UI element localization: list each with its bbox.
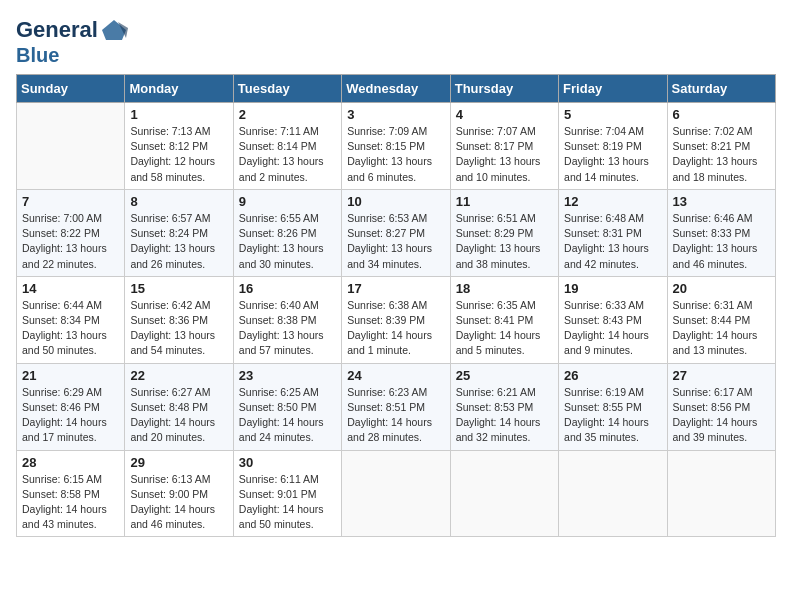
day-cell: 1Sunrise: 7:13 AM Sunset: 8:12 PM Daylig… xyxy=(125,103,233,190)
day-cell: 25Sunrise: 6:21 AM Sunset: 8:53 PM Dayli… xyxy=(450,363,558,450)
day-cell: 4Sunrise: 7:07 AM Sunset: 8:17 PM Daylig… xyxy=(450,103,558,190)
day-number: 8 xyxy=(130,194,227,209)
day-number: 22 xyxy=(130,368,227,383)
day-cell: 28Sunrise: 6:15 AM Sunset: 8:58 PM Dayli… xyxy=(17,450,125,537)
day-cell: 27Sunrise: 6:17 AM Sunset: 8:56 PM Dayli… xyxy=(667,363,775,450)
day-number: 25 xyxy=(456,368,553,383)
day-number: 5 xyxy=(564,107,661,122)
day-info: Sunrise: 6:42 AM Sunset: 8:36 PM Dayligh… xyxy=(130,298,227,359)
day-cell: 9Sunrise: 6:55 AM Sunset: 8:26 PM Daylig… xyxy=(233,189,341,276)
day-number: 23 xyxy=(239,368,336,383)
calendar-table: SundayMondayTuesdayWednesdayThursdayFrid… xyxy=(16,74,776,537)
week-row-5: 28Sunrise: 6:15 AM Sunset: 8:58 PM Dayli… xyxy=(17,450,776,537)
day-info: Sunrise: 6:19 AM Sunset: 8:55 PM Dayligh… xyxy=(564,385,661,446)
day-info: Sunrise: 6:57 AM Sunset: 8:24 PM Dayligh… xyxy=(130,211,227,272)
day-number: 30 xyxy=(239,455,336,470)
day-number: 9 xyxy=(239,194,336,209)
day-number: 15 xyxy=(130,281,227,296)
day-info: Sunrise: 6:31 AM Sunset: 8:44 PM Dayligh… xyxy=(673,298,770,359)
day-info: Sunrise: 6:25 AM Sunset: 8:50 PM Dayligh… xyxy=(239,385,336,446)
day-number: 4 xyxy=(456,107,553,122)
weekday-header-tuesday: Tuesday xyxy=(233,75,341,103)
day-info: Sunrise: 7:07 AM Sunset: 8:17 PM Dayligh… xyxy=(456,124,553,185)
logo-blue: Blue xyxy=(16,44,128,66)
day-info: Sunrise: 6:35 AM Sunset: 8:41 PM Dayligh… xyxy=(456,298,553,359)
day-info: Sunrise: 6:44 AM Sunset: 8:34 PM Dayligh… xyxy=(22,298,119,359)
day-info: Sunrise: 6:53 AM Sunset: 8:27 PM Dayligh… xyxy=(347,211,444,272)
logo-text: General xyxy=(16,18,98,42)
weekday-header-wednesday: Wednesday xyxy=(342,75,450,103)
logo: General Blue xyxy=(16,16,128,66)
day-info: Sunrise: 6:48 AM Sunset: 8:31 PM Dayligh… xyxy=(564,211,661,272)
day-number: 17 xyxy=(347,281,444,296)
day-cell: 19Sunrise: 6:33 AM Sunset: 8:43 PM Dayli… xyxy=(559,276,667,363)
day-info: Sunrise: 7:04 AM Sunset: 8:19 PM Dayligh… xyxy=(564,124,661,185)
day-info: Sunrise: 7:00 AM Sunset: 8:22 PM Dayligh… xyxy=(22,211,119,272)
day-number: 28 xyxy=(22,455,119,470)
week-row-2: 7Sunrise: 7:00 AM Sunset: 8:22 PM Daylig… xyxy=(17,189,776,276)
day-info: Sunrise: 6:21 AM Sunset: 8:53 PM Dayligh… xyxy=(456,385,553,446)
day-cell: 30Sunrise: 6:11 AM Sunset: 9:01 PM Dayli… xyxy=(233,450,341,537)
day-info: Sunrise: 6:29 AM Sunset: 8:46 PM Dayligh… xyxy=(22,385,119,446)
day-info: Sunrise: 6:51 AM Sunset: 8:29 PM Dayligh… xyxy=(456,211,553,272)
day-cell xyxy=(559,450,667,537)
weekday-header-monday: Monday xyxy=(125,75,233,103)
day-info: Sunrise: 7:09 AM Sunset: 8:15 PM Dayligh… xyxy=(347,124,444,185)
day-cell xyxy=(342,450,450,537)
day-cell: 11Sunrise: 6:51 AM Sunset: 8:29 PM Dayli… xyxy=(450,189,558,276)
day-number: 3 xyxy=(347,107,444,122)
page-header: General Blue xyxy=(16,16,776,66)
day-info: Sunrise: 6:46 AM Sunset: 8:33 PM Dayligh… xyxy=(673,211,770,272)
day-number: 20 xyxy=(673,281,770,296)
day-info: Sunrise: 6:33 AM Sunset: 8:43 PM Dayligh… xyxy=(564,298,661,359)
day-cell xyxy=(450,450,558,537)
day-number: 24 xyxy=(347,368,444,383)
day-cell: 29Sunrise: 6:13 AM Sunset: 9:00 PM Dayli… xyxy=(125,450,233,537)
day-cell: 18Sunrise: 6:35 AM Sunset: 8:41 PM Dayli… xyxy=(450,276,558,363)
day-number: 12 xyxy=(564,194,661,209)
day-number: 1 xyxy=(130,107,227,122)
day-cell: 22Sunrise: 6:27 AM Sunset: 8:48 PM Dayli… xyxy=(125,363,233,450)
day-number: 14 xyxy=(22,281,119,296)
day-number: 7 xyxy=(22,194,119,209)
day-cell: 2Sunrise: 7:11 AM Sunset: 8:14 PM Daylig… xyxy=(233,103,341,190)
day-cell: 14Sunrise: 6:44 AM Sunset: 8:34 PM Dayli… xyxy=(17,276,125,363)
day-info: Sunrise: 7:13 AM Sunset: 8:12 PM Dayligh… xyxy=(130,124,227,185)
weekday-header-saturday: Saturday xyxy=(667,75,775,103)
day-cell xyxy=(17,103,125,190)
day-info: Sunrise: 7:11 AM Sunset: 8:14 PM Dayligh… xyxy=(239,124,336,185)
day-cell xyxy=(667,450,775,537)
day-cell: 13Sunrise: 6:46 AM Sunset: 8:33 PM Dayli… xyxy=(667,189,775,276)
day-info: Sunrise: 6:15 AM Sunset: 8:58 PM Dayligh… xyxy=(22,472,119,533)
day-cell: 3Sunrise: 7:09 AM Sunset: 8:15 PM Daylig… xyxy=(342,103,450,190)
day-info: Sunrise: 6:17 AM Sunset: 8:56 PM Dayligh… xyxy=(673,385,770,446)
calendar-body: 1Sunrise: 7:13 AM Sunset: 8:12 PM Daylig… xyxy=(17,103,776,537)
day-number: 10 xyxy=(347,194,444,209)
weekday-header-sunday: Sunday xyxy=(17,75,125,103)
day-number: 27 xyxy=(673,368,770,383)
day-cell: 15Sunrise: 6:42 AM Sunset: 8:36 PM Dayli… xyxy=(125,276,233,363)
day-cell: 17Sunrise: 6:38 AM Sunset: 8:39 PM Dayli… xyxy=(342,276,450,363)
day-number: 26 xyxy=(564,368,661,383)
logo-icon xyxy=(100,16,128,44)
day-info: Sunrise: 6:40 AM Sunset: 8:38 PM Dayligh… xyxy=(239,298,336,359)
day-cell: 7Sunrise: 7:00 AM Sunset: 8:22 PM Daylig… xyxy=(17,189,125,276)
day-number: 13 xyxy=(673,194,770,209)
day-info: Sunrise: 6:55 AM Sunset: 8:26 PM Dayligh… xyxy=(239,211,336,272)
day-cell: 12Sunrise: 6:48 AM Sunset: 8:31 PM Dayli… xyxy=(559,189,667,276)
day-cell: 10Sunrise: 6:53 AM Sunset: 8:27 PM Dayli… xyxy=(342,189,450,276)
day-cell: 21Sunrise: 6:29 AM Sunset: 8:46 PM Dayli… xyxy=(17,363,125,450)
day-cell: 16Sunrise: 6:40 AM Sunset: 8:38 PM Dayli… xyxy=(233,276,341,363)
week-row-1: 1Sunrise: 7:13 AM Sunset: 8:12 PM Daylig… xyxy=(17,103,776,190)
day-cell: 8Sunrise: 6:57 AM Sunset: 8:24 PM Daylig… xyxy=(125,189,233,276)
day-number: 19 xyxy=(564,281,661,296)
week-row-3: 14Sunrise: 6:44 AM Sunset: 8:34 PM Dayli… xyxy=(17,276,776,363)
day-info: Sunrise: 6:27 AM Sunset: 8:48 PM Dayligh… xyxy=(130,385,227,446)
day-cell: 6Sunrise: 7:02 AM Sunset: 8:21 PM Daylig… xyxy=(667,103,775,190)
day-number: 6 xyxy=(673,107,770,122)
day-number: 2 xyxy=(239,107,336,122)
day-info: Sunrise: 6:13 AM Sunset: 9:00 PM Dayligh… xyxy=(130,472,227,533)
day-cell: 24Sunrise: 6:23 AM Sunset: 8:51 PM Dayli… xyxy=(342,363,450,450)
day-cell: 5Sunrise: 7:04 AM Sunset: 8:19 PM Daylig… xyxy=(559,103,667,190)
weekday-header-thursday: Thursday xyxy=(450,75,558,103)
